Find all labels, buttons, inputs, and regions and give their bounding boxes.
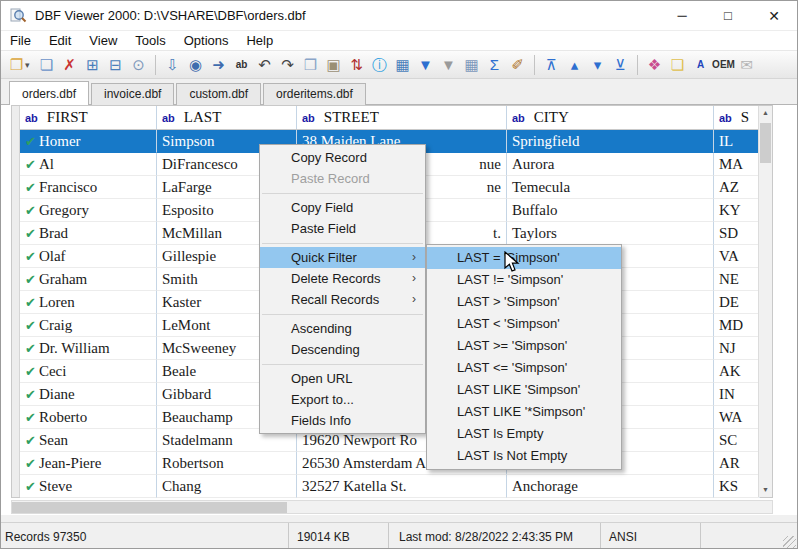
cell-state[interactable]: MA [714,153,760,176]
cell-first[interactable]: ✔Dr. William [20,337,157,360]
clear-filter-icon[interactable]: ▼ [440,54,457,76]
cell-last[interactable]: Chang [157,475,297,498]
open-dropdown-caret[interactable]: ▾ [25,60,33,70]
grid-icon[interactable]: ▦ [463,54,480,76]
cell-state[interactable]: AR [714,452,760,475]
open-icon[interactable]: ❐ [8,54,25,76]
cell-state[interactable]: DE [714,291,760,314]
cell-first[interactable]: ✔Steve [20,475,157,498]
cell-first[interactable]: ✔Olaf [20,245,157,268]
maximize-button[interactable]: □ [705,1,751,30]
cell-state[interactable]: SD [714,222,760,245]
font-icon[interactable]: A [692,54,709,76]
column-header-last[interactable]: abLAST [157,106,297,129]
cell-state[interactable]: VA [714,245,760,268]
cell-last[interactable]: Robertson [157,452,297,475]
paste-icon[interactable]: ▣ [325,54,342,76]
cell-first[interactable]: ✔Craig [20,314,157,337]
context-menu-item-descending[interactable]: Descending [260,339,425,360]
scroll-up-icon[interactable]: ▲ [759,106,772,120]
vertical-scrollbar[interactable]: ▲ ▼ [758,106,772,497]
context-menu-item-recall-records[interactable]: Recall Records› [260,289,425,310]
cell-state[interactable]: KY [714,199,760,222]
sort-az-icon[interactable]: ⇅ [348,54,365,76]
find-icon[interactable]: ◉ [187,54,204,76]
cell-first[interactable]: ✔Brad [20,222,157,245]
scroll-down-icon[interactable]: ▼ [759,483,772,497]
cell-state[interactable]: AK [714,360,760,383]
cell-first[interactable]: ✔Al [20,153,157,176]
structure-export-icon[interactable]: ⊞ [84,54,101,76]
context-menu-item-open-url[interactable]: Open URL [260,368,425,389]
menu-item-file[interactable]: File [1,31,40,50]
cell-street[interactable]: 32527 Katella St. [297,475,507,498]
menu-item-edit[interactable]: Edit [40,31,80,50]
quick-filter-option-last-is-not-empty[interactable]: LAST Is Not Empty [427,445,621,467]
context-menu-item-copy-record[interactable]: Copy Record [260,147,425,168]
tab-custom-dbf[interactable]: custom.dbf [176,83,261,105]
vertical-scroll-thumb[interactable] [760,123,771,163]
context-menu-item-quick-filter[interactable]: Quick Filter› [260,247,425,268]
cell-state[interactable]: SC [714,429,760,452]
quick-filter-option-last-simpson[interactable]: LAST > 'Simpson' [427,291,621,313]
menu-item-help[interactable]: Help [237,31,282,50]
cell-city[interactable]: Anchorage [507,475,714,498]
zoom-icon[interactable]: ⊙ [130,54,147,76]
cell-state[interactable]: MD [714,314,760,337]
quick-filter-option-last-is-empty[interactable]: LAST Is Empty [427,423,621,445]
tab-invoice-dbf[interactable]: invoice.dbf [91,83,174,105]
new-file-icon[interactable]: ❏ [38,54,55,76]
column-header-city[interactable]: abCITY [507,106,714,129]
cell-first[interactable]: ✔Loren [20,291,157,314]
save-icon[interactable]: ⇩ [164,54,181,76]
cell-first[interactable]: ✔Gregory [20,199,157,222]
tab-orderitems-dbf[interactable]: orderitems.dbf [263,83,366,105]
context-menu-item-delete-records[interactable]: Delete Records› [260,268,425,289]
field-structure-icon[interactable]: ⊟ [107,54,124,76]
cell-city[interactable]: Buffalo [507,199,714,222]
sum-icon[interactable]: Σ [486,54,503,76]
column-header-first[interactable]: abFIRST [20,106,157,129]
context-menu-item-paste-record[interactable]: Paste Record [260,168,425,189]
menu-item-view[interactable]: View [80,31,126,50]
last-record-icon[interactable]: ⊻ [612,54,629,76]
cell-first[interactable]: ✔Ceci [20,360,157,383]
quick-filter-option-last-simpson[interactable]: LAST >= 'Simpson' [427,335,621,357]
cell-city[interactable]: Temecula [507,176,714,199]
menu-item-tools[interactable]: Tools [126,31,174,50]
cell-first[interactable]: ✔Jean-Piere [20,452,157,475]
layers-icon[interactable]: ❏ [669,54,686,76]
cell-city[interactable]: Taylors [507,222,714,245]
close-button[interactable]: ✕ [751,1,797,30]
cell-first[interactable]: ✔Graham [20,268,157,291]
cell-state[interactable]: NE [714,268,760,291]
cell-state[interactable]: KS [714,475,760,498]
cell-first[interactable]: ✔Homer [20,130,157,153]
info-bubble-icon[interactable]: ⓘ [371,54,388,76]
oem-icon[interactable]: OEM [715,54,732,76]
find-next-icon[interactable]: ➜ [210,54,227,76]
delete-record-icon[interactable]: ✗ [61,54,78,76]
context-menu-item-ascending[interactable]: Ascending [260,318,425,339]
cell-city[interactable]: Springfield [507,130,714,153]
cell-state[interactable]: WA [714,406,760,429]
context-menu-item-paste-field[interactable]: Paste Field [260,218,425,239]
table-row[interactable]: ✔SteveChang32527 Katella St.AnchorageKS [20,475,760,498]
quick-filter-option-last-like-simpson[interactable]: LAST LIKE 'Simpson' [427,379,621,401]
cell-state[interactable]: AZ [714,176,760,199]
context-menu-item-copy-field[interactable]: Copy Field [260,197,425,218]
horizontal-scrollbar[interactable] [11,500,773,514]
next-record-icon[interactable]: ▾ [589,54,606,76]
brush-icon[interactable]: ✐ [509,54,526,76]
cell-first[interactable]: ✔Roberto [20,406,157,429]
redo-icon[interactable]: ↷ [279,54,296,76]
cell-first[interactable]: ✔Sean [20,429,157,452]
resize-grip[interactable] [783,536,796,549]
prior-record-icon[interactable]: ▴ [566,54,583,76]
cell-first[interactable]: ✔Francisco [20,176,157,199]
quick-filter-option-last-like-simpson[interactable]: LAST LIKE '*Simpson' [427,401,621,423]
export-mail-icon[interactable]: ✉ [738,54,755,76]
context-menu-item-fields-info[interactable]: Fields Info [260,410,425,431]
table-row[interactable]: ✔Jean-PiereRobertson26530 Amsterdam AAR [20,452,760,475]
column-header-street[interactable]: abSTREET [297,106,507,129]
